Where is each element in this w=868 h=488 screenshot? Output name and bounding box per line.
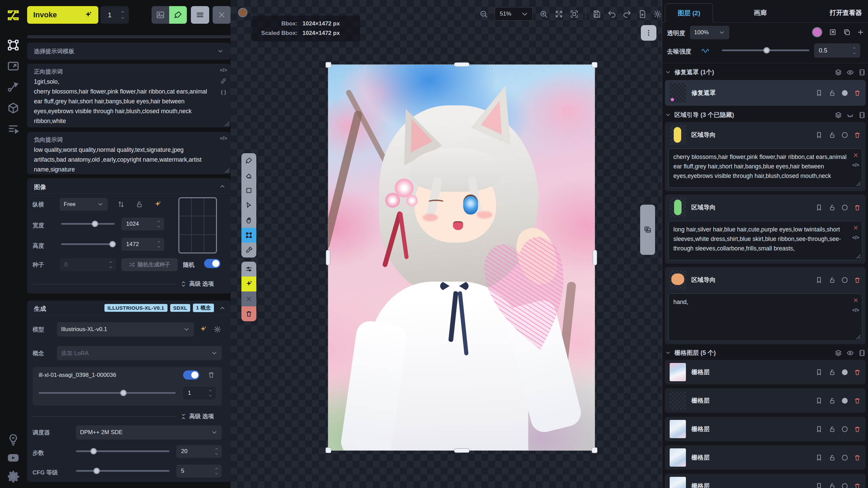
layers-icon[interactable] [835,69,842,76]
bbox-handle-e[interactable] [593,250,597,265]
negative-prompt-box[interactable]: 负向提示词 low quality,worst quality,normal q… [27,132,231,174]
merge-icon[interactable] [859,349,866,357]
tool-cancel[interactable] [241,291,256,306]
denoise-curve-icon[interactable] [695,47,716,55]
canvas-menu-button[interactable] [641,25,656,41]
zoom-out-icon[interactable] [479,10,488,18]
redo-icon[interactable] [623,10,631,18]
collapse-icon[interactable] [219,183,226,190]
region-prompt-text[interactable]: long hair,silver hair,blue hair,cute,pur… [673,225,847,253]
bookmark-icon[interactable] [815,483,823,488]
delete-layer-icon[interactable] [854,426,861,433]
resize-grip[interactable] [855,253,861,259]
undo-icon[interactable] [608,10,616,18]
lock-icon[interactable] [829,426,836,433]
tool-pan[interactable] [241,213,256,228]
height-input[interactable]: 1472 [121,238,164,251]
resize-grip[interactable] [224,121,229,126]
layers-icon[interactable] [835,349,842,357]
bookmark-icon[interactable] [815,454,823,461]
canvas-bbox-frame[interactable] [328,65,595,450]
canvas-settings-icon[interactable] [653,10,662,18]
raster-layer-row[interactable]: 栅格层 [665,417,866,441]
rail-queue-tab[interactable] [7,123,20,136]
code-icon[interactable]: </> [220,135,227,141]
generation-advanced-options[interactable]: 高级 选项 [180,412,214,420]
positive-prompt-box[interactable]: 正向提示词 1girl,solo, cherry blossoms,hair f… [27,64,231,127]
swap-dimensions-icon[interactable] [117,201,125,208]
raster-layer-row[interactable]: 栅格层 [665,388,866,413]
rail-models-tab[interactable] [7,102,20,115]
region-prompt-box[interactable]: long hair,silver hair,blue hair,cute,pur… [668,221,862,260]
code-icon[interactable]: </> [852,162,859,168]
tool-invoke-region[interactable] [241,277,256,291]
steps-input[interactable]: 20 [176,445,222,458]
close-button[interactable] [213,6,231,24]
rail-upscale-tab[interactable] [7,60,20,73]
zoom-level-select[interactable]: 51% [495,7,533,21]
tool-move[interactable] [241,198,256,213]
menu-button[interactable] [191,6,209,24]
code-icon[interactable]: </> [220,67,227,73]
layer-enabled-toggle[interactable] [842,483,848,488]
visibility-off-icon[interactable] [847,111,854,119]
tool-eyedropper[interactable] [241,243,256,258]
denoise-input[interactable]: 0.5 [814,43,860,58]
width-input[interactable]: 1024 [121,218,164,230]
bbox-handle-nw[interactable] [326,62,331,68]
rail-settings-icon[interactable] [7,470,20,483]
bookmark-icon[interactable] [815,89,823,97]
tool-delete[interactable] [241,306,256,321]
positive-prompt-value[interactable]: 1girl,solo, cherry blossoms,hair flower,… [34,77,214,126]
cfg-slider[interactable] [76,467,170,474]
region-layer-row[interactable]: 区域导向 hand, </> [665,267,866,344]
rail-workflows-tab[interactable] [7,81,20,94]
steps-slider[interactable] [76,448,170,454]
add-layer-icon[interactable] [857,28,864,36]
delete-layer-icon[interactable] [854,397,861,404]
bbox-handle-n[interactable] [454,62,470,67]
tool-bbox[interactable] [241,228,256,243]
tool-brush[interactable] [241,153,256,168]
bbox-handle-s[interactable] [454,448,470,453]
randomize-seed-button[interactable]: 随机生成种子 [121,258,178,271]
merge-icon[interactable] [859,69,866,76]
region-prompt-box[interactable]: cherry blossoms,hair flower,pink flower,… [668,148,862,188]
tab-gallery[interactable]: 画廊 [754,3,767,22]
cfg-input[interactable]: 5 [176,465,222,477]
bookmark-icon[interactable] [815,369,823,376]
layer-color-swatch[interactable] [812,27,822,37]
random-seed-toggle[interactable] [204,259,220,268]
resize-grip[interactable] [855,334,861,339]
remove-prompt-icon[interactable] [853,225,859,231]
aspect-select[interactable]: Free [60,198,108,211]
open-viewer-button[interactable]: 打开查看器 [830,3,862,22]
inpaint-section-header[interactable]: 修复遮罩 (1个) [665,67,866,77]
region-layer-row[interactable]: 区域导向 cherry blossoms,hair flower,pink fl… [665,122,866,191]
delete-layer-icon[interactable] [854,483,861,488]
layer-enabled-toggle[interactable] [842,90,848,96]
bbox-handle-sw[interactable] [326,447,331,453]
bookmark-icon[interactable] [815,204,823,211]
lock-icon[interactable] [829,131,836,139]
layer-enabled-toggle[interactable] [842,426,848,432]
lora-select[interactable]: 添加 LoRA [57,346,222,360]
bbox-handle-se[interactable] [592,447,597,453]
rail-support-icon[interactable] [7,433,20,446]
delete-layer-icon[interactable] [854,204,861,211]
remove-prompt-icon[interactable] [853,152,859,158]
canvas-area[interactable]: 51% Bbox:1024×1472 px Scaled Bbox:1024×1… [231,0,662,488]
rail-canvas-tab[interactable] [7,39,20,52]
bookmark-icon[interactable] [815,131,823,139]
negative-prompt-value[interactable]: low quality,worst quality,normal quality… [34,145,214,175]
layer-enabled-toggle[interactable] [842,205,848,210]
raster-layer-row[interactable]: 栅格层 [665,474,866,488]
zoom-in-icon[interactable] [539,10,548,18]
remove-prompt-icon[interactable] [853,297,859,303]
lock-icon[interactable] [829,454,836,461]
optimize-size-icon[interactable] [154,201,161,208]
layers-icon[interactable] [835,111,842,119]
lock-icon[interactable] [829,397,836,404]
denoise-slider[interactable] [722,47,809,54]
seed-input[interactable]: 0 [60,258,116,271]
